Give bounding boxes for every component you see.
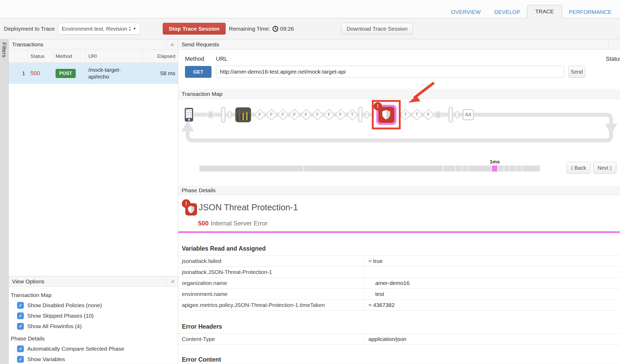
send-requests-content: Method URL Status GET Send (178, 50, 620, 89)
flow-condition-f[interactable]: F (277, 108, 289, 121)
flow-condition-f[interactable]: F (422, 108, 435, 121)
flow-condition-f[interactable]: F (265, 108, 278, 121)
tab-performance[interactable]: PERFORMANCE (562, 6, 618, 18)
timeline-segment[interactable] (199, 166, 303, 172)
policy-selected-frame: ! (376, 105, 396, 125)
flow-condition-f[interactable]: F (334, 108, 347, 121)
checkbox-checked-icon[interactable]: ✓ (17, 356, 24, 363)
back-button[interactable]: ⟨ Back (567, 162, 591, 174)
flow-condition-t[interactable]: T (399, 108, 412, 121)
flow-connector-pill (365, 111, 369, 119)
tx-elapsed: 58 ms (143, 63, 178, 84)
view-options-title: View Options (9, 278, 44, 285)
flow-condition-t[interactable]: T (411, 108, 423, 121)
status-code: 500 (198, 220, 209, 227)
transaction-map-title: Transaction Map (178, 91, 222, 97)
filters-label: Filters (1, 39, 7, 57)
timeline-segment[interactable] (504, 166, 510, 172)
timeline-segment[interactable] (469, 166, 491, 172)
url-input[interactable] (216, 66, 564, 78)
transaction-map-items: FFFFFFFFT!TTFAX (185, 107, 474, 122)
flow-connector-pill (455, 111, 459, 119)
transactions-header: Transactions « (9, 39, 178, 50)
view-option-show-disabled-policies-none-[interactable]: ✓Show Disabled Policies (none) (17, 302, 178, 309)
flow-connector-pill (228, 111, 232, 119)
client-phone-icon[interactable] (185, 108, 193, 122)
view-option-show-skipped-phases-10-[interactable]: ✓Show Skipped Phases (10) (17, 312, 178, 319)
stop-trace-session-button[interactable]: Stop Trace Session (163, 23, 226, 35)
tab-develop[interactable]: DEVELOP (487, 6, 527, 18)
send-requests-header: Send Requests (178, 39, 620, 50)
timeline-segment[interactable] (456, 166, 462, 172)
condition-letter: F (259, 112, 261, 117)
timeline-segment[interactable] (522, 166, 540, 172)
timeline-segment[interactable] (510, 166, 516, 172)
analytics-policy-icon[interactable] (235, 107, 251, 122)
flow-condition-t[interactable]: T (346, 108, 358, 121)
filters-strip[interactable]: Filters (0, 39, 9, 364)
transactions-panel: Transactions « StatusMethodURIElapsed 15… (9, 39, 178, 276)
variable-value: amer-demo16 (364, 280, 410, 286)
send-button[interactable]: Send (568, 66, 585, 78)
analytics-ax-step[interactable]: AX (463, 109, 474, 120)
tab-trace[interactable]: TRACE (527, 5, 562, 18)
next-button[interactable]: Next ⟩ (593, 162, 616, 174)
timeline-segment-selected[interactable]: 1ms (492, 166, 497, 172)
status-label: Status (606, 56, 620, 62)
flow-connector-pill (358, 107, 363, 123)
failed-policy-highlight[interactable]: ! (372, 100, 401, 129)
checkbox-checked-icon[interactable]: ✓ (17, 345, 24, 352)
transactions-rows: 1500POST/mock-target-api/echo58 ms (9, 63, 178, 84)
view-option-label: Automatically Compare Selected Phase (27, 346, 124, 352)
view-option-label: Show Variables (27, 356, 65, 362)
timeline-segment[interactable] (443, 166, 455, 172)
panel-ctrl-divider[interactable] (608, 39, 620, 49)
variable-name: organization.name (178, 278, 364, 288)
flow-condition-f[interactable]: F (323, 108, 335, 121)
phase-details-header: Phase Details (178, 186, 620, 195)
checkbox-checked-icon[interactable]: ✓ (17, 312, 24, 319)
column-header-URI: URI (86, 50, 143, 63)
view-option-show-variables[interactable]: ✓Show Variables (17, 356, 178, 363)
send-requests-title: Send Requests (178, 41, 219, 48)
view-option-automatically-compare-selected-phase[interactable]: ✓Automatically Compare Selected Phase (17, 345, 178, 352)
error-headers-table: Content-Typeapplication/json (178, 333, 620, 345)
variable-name: environment.name (178, 289, 364, 299)
timeline-segment[interactable] (463, 166, 469, 172)
condition-letter: T (416, 112, 418, 117)
table-row[interactable]: 1500POST/mock-target-api/echo58 ms (9, 63, 178, 84)
checkbox-checked-icon[interactable]: ✓ (17, 302, 24, 309)
column-header-Status: Status (28, 50, 53, 63)
tx-method: POST (53, 63, 86, 84)
variable-value: = 4367382 (364, 302, 395, 308)
download-trace-session-button[interactable]: Download Trace Session (341, 23, 413, 35)
transactions-column-headers: StatusMethodURIElapsed (9, 50, 178, 63)
flow-connector-pill (221, 107, 226, 123)
method-get-button[interactable]: GET (185, 66, 211, 78)
error-exclamation-badge: ! (182, 199, 191, 208)
nav-tabs: OVERVIEWDEVELOPTRACEPERFORMANCE (444, 5, 618, 18)
view-option-label: Show Skipped Phases (10) (27, 313, 94, 319)
view-options-panel: View Options « Transaction Map✓Show Disa… (9, 276, 178, 364)
collapse-panel-icon[interactable]: « (166, 39, 178, 49)
view-options-group-label: Phase Details (11, 335, 178, 342)
variable-value: = true (364, 258, 383, 264)
variable-row: jsonattack.JSON-Threat-Protection-1 (178, 267, 620, 278)
tx-status: 500 (28, 63, 53, 84)
timeline-segment[interactable] (498, 166, 504, 172)
timeline-segment[interactable] (516, 166, 522, 172)
variables-title: Variables Read and Assigned (182, 245, 620, 252)
phase-status: 500Internal Server Error (198, 220, 620, 227)
view-option-show-all-flowinfos-4-[interactable]: ✓Show All FlowInfos (4) (17, 323, 178, 330)
timeline-segment[interactable] (304, 166, 443, 172)
flow-condition-f[interactable]: F (311, 108, 324, 121)
right-panel: Send Requests Method URL Status GET Send… (178, 39, 620, 364)
deployment-dropdown[interactable]: Environment test, Revision 2 ▼ (58, 23, 140, 35)
tab-overview[interactable]: OVERVIEW (444, 6, 487, 18)
flow-condition-f[interactable]: F (254, 108, 266, 121)
flow-condition-f[interactable]: F (288, 108, 301, 121)
deployment-to-trace-label: Deployment to Trace (4, 26, 55, 32)
expand-collapse-icon[interactable]: « (166, 276, 178, 286)
checkbox-checked-icon[interactable]: ✓ (17, 323, 24, 330)
flow-condition-f[interactable]: F (300, 108, 312, 121)
